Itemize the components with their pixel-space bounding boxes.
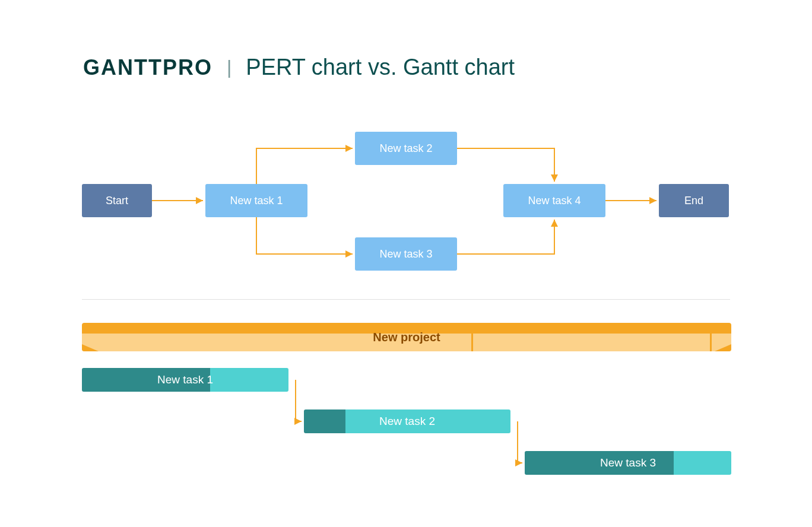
pert-node-task4: New task 4 — [503, 184, 605, 217]
pert-node-end: End — [659, 184, 729, 217]
gantt-bar-task1: New task 1 — [82, 368, 288, 392]
pert-node-task3: New task 3 — [355, 237, 457, 271]
section-divider — [82, 299, 730, 300]
gantt-bar-task1-label: New task 1 — [82, 373, 288, 386]
header-divider: | — [227, 56, 231, 78]
brand-logo: GANTTPRO — [83, 55, 212, 80]
gantt-bar-task2: New task 2 — [304, 409, 510, 433]
gantt-chart: New project New task 1 New task 2 — [82, 323, 731, 510]
pert-chart: Start New task 1 New task 2 New task 3 N… — [82, 119, 731, 285]
pert-node-task1: New task 1 — [205, 184, 307, 217]
gantt-bar-task2-label: New task 2 — [304, 415, 510, 428]
gantt-project-label: New project — [373, 331, 440, 344]
gantt-bar-task3: New task 3 — [525, 451, 731, 475]
gantt-project-bar: New project — [82, 323, 731, 351]
pert-node-start: Start — [82, 184, 152, 217]
page-title: PERT chart vs. Gantt chart — [246, 55, 515, 80]
page-header: GANTTPRO | PERT chart vs. Gantt chart — [83, 55, 515, 80]
gantt-bars: New task 1 New task 2 New task 3 — [82, 368, 731, 510]
pert-node-task2: New task 2 — [355, 132, 457, 165]
gantt-bar-task3-label: New task 3 — [525, 456, 731, 469]
